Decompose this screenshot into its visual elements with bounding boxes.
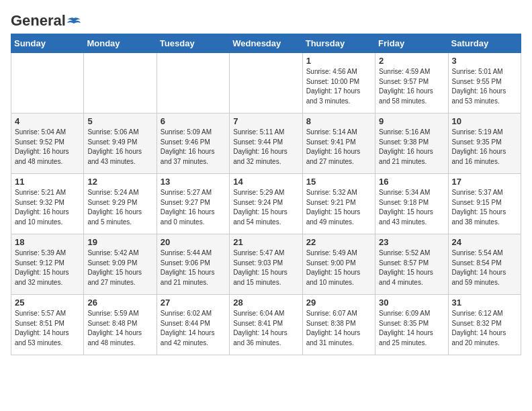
day-info: Sunrise: 5:14 AM Sunset: 9:41 PM Dayligh… (306, 128, 371, 167)
calendar-cell: 21Sunrise: 5:47 AM Sunset: 9:03 PM Dayli… (230, 234, 302, 295)
day-number: 5 (87, 116, 152, 126)
calendar-cell: 1Sunrise: 4:56 AM Sunset: 10:00 PM Dayli… (302, 53, 375, 113)
day-info: Sunrise: 4:56 AM Sunset: 10:00 PM Daylig… (306, 67, 371, 106)
day-number: 22 (306, 237, 371, 247)
weekday-header-row: SundayMondayTuesdayWednesdayThursdayFrid… (11, 34, 521, 53)
day-number: 21 (233, 237, 298, 247)
day-info: Sunrise: 5:37 AM Sunset: 9:15 PM Dayligh… (452, 188, 517, 227)
day-number: 11 (15, 177, 80, 187)
calendar-cell: 14Sunrise: 5:29 AM Sunset: 9:24 PM Dayli… (230, 174, 302, 234)
weekday-header-thursday: Thursday (302, 34, 375, 53)
week-row-5: 25Sunrise: 5:57 AM Sunset: 8:51 PM Dayli… (11, 295, 521, 355)
day-number: 12 (87, 177, 152, 187)
logo: General (11, 13, 81, 28)
calendar-cell: 24Sunrise: 5:54 AM Sunset: 8:54 PM Dayli… (448, 234, 521, 295)
day-info: Sunrise: 5:54 AM Sunset: 8:54 PM Dayligh… (452, 248, 517, 287)
day-number: 29 (306, 298, 371, 308)
calendar-cell: 12Sunrise: 5:24 AM Sunset: 9:29 PM Dayli… (84, 174, 157, 234)
day-info: Sunrise: 5:11 AM Sunset: 9:44 PM Dayligh… (233, 128, 298, 167)
header: General (11, 11, 521, 28)
calendar-cell: 23Sunrise: 5:52 AM Sunset: 8:57 PM Dayli… (375, 234, 448, 295)
day-info: Sunrise: 5:39 AM Sunset: 9:12 PM Dayligh… (15, 248, 80, 287)
calendar-cell (230, 53, 302, 113)
calendar-cell (11, 53, 84, 113)
logo-general: General (11, 13, 81, 28)
day-number: 24 (452, 237, 517, 247)
day-info: Sunrise: 5:21 AM Sunset: 9:32 PM Dayligh… (15, 188, 80, 227)
day-number: 8 (306, 116, 371, 126)
day-info: Sunrise: 5:32 AM Sunset: 9:21 PM Dayligh… (306, 188, 371, 227)
day-number: 28 (233, 298, 298, 308)
calendar-cell: 27Sunrise: 6:02 AM Sunset: 8:44 PM Dayli… (157, 295, 229, 355)
day-info: Sunrise: 5:47 AM Sunset: 9:03 PM Dayligh… (233, 248, 298, 287)
day-number: 27 (161, 298, 226, 308)
calendar-cell: 8Sunrise: 5:14 AM Sunset: 9:41 PM Daylig… (302, 113, 375, 174)
day-info: Sunrise: 5:16 AM Sunset: 9:38 PM Dayligh… (379, 128, 444, 167)
calendar-cell: 15Sunrise: 5:32 AM Sunset: 9:21 PM Dayli… (302, 174, 375, 234)
weekday-header-monday: Monday (84, 34, 157, 53)
day-number: 7 (233, 116, 298, 126)
day-info: Sunrise: 5:09 AM Sunset: 9:46 PM Dayligh… (161, 128, 226, 167)
calendar-cell: 26Sunrise: 5:59 AM Sunset: 8:48 PM Dayli… (84, 295, 157, 355)
day-info: Sunrise: 5:29 AM Sunset: 9:24 PM Dayligh… (233, 188, 298, 227)
calendar-cell: 9Sunrise: 5:16 AM Sunset: 9:38 PM Daylig… (375, 113, 448, 174)
calendar-cell: 7Sunrise: 5:11 AM Sunset: 9:44 PM Daylig… (230, 113, 302, 174)
day-info: Sunrise: 5:44 AM Sunset: 9:06 PM Dayligh… (161, 248, 226, 287)
weekday-header-friday: Friday (375, 34, 448, 53)
day-number: 15 (306, 177, 371, 187)
weekday-header-saturday: Saturday (448, 34, 521, 53)
calendar-cell: 3Sunrise: 5:01 AM Sunset: 9:55 PM Daylig… (448, 53, 521, 113)
calendar-cell: 19Sunrise: 5:42 AM Sunset: 9:09 PM Dayli… (84, 234, 157, 295)
calendar-cell: 5Sunrise: 5:06 AM Sunset: 9:49 PM Daylig… (84, 113, 157, 174)
day-number: 9 (379, 116, 444, 126)
weekday-header-sunday: Sunday (11, 34, 84, 53)
calendar-cell: 17Sunrise: 5:37 AM Sunset: 9:15 PM Dayli… (448, 174, 521, 234)
week-row-4: 18Sunrise: 5:39 AM Sunset: 9:12 PM Dayli… (11, 234, 521, 295)
calendar-cell: 31Sunrise: 6:12 AM Sunset: 8:32 PM Dayli… (448, 295, 521, 355)
day-info: Sunrise: 5:24 AM Sunset: 9:29 PM Dayligh… (87, 188, 152, 227)
calendar-cell: 16Sunrise: 5:34 AM Sunset: 9:18 PM Dayli… (375, 174, 448, 234)
day-number: 4 (15, 116, 80, 126)
day-number: 23 (379, 237, 444, 247)
weekday-header-wednesday: Wednesday (230, 34, 302, 53)
day-number: 10 (452, 116, 517, 126)
day-info: Sunrise: 5:01 AM Sunset: 9:55 PM Dayligh… (452, 67, 517, 106)
day-number: 31 (452, 298, 517, 308)
day-info: Sunrise: 6:12 AM Sunset: 8:32 PM Dayligh… (452, 309, 517, 348)
calendar-cell: 6Sunrise: 5:09 AM Sunset: 9:46 PM Daylig… (157, 113, 229, 174)
day-number: 18 (15, 237, 80, 247)
day-number: 17 (452, 177, 517, 187)
calendar-cell: 20Sunrise: 5:44 AM Sunset: 9:06 PM Dayli… (157, 234, 229, 295)
day-info: Sunrise: 4:59 AM Sunset: 9:57 PM Dayligh… (379, 67, 444, 106)
day-number: 19 (87, 237, 152, 247)
calendar-cell: 11Sunrise: 5:21 AM Sunset: 9:32 PM Dayli… (11, 174, 84, 234)
day-info: Sunrise: 6:09 AM Sunset: 8:35 PM Dayligh… (379, 309, 444, 348)
week-row-3: 11Sunrise: 5:21 AM Sunset: 9:32 PM Dayli… (11, 174, 521, 234)
day-number: 3 (452, 56, 517, 66)
day-info: Sunrise: 6:04 AM Sunset: 8:41 PM Dayligh… (233, 309, 298, 348)
calendar-cell: 4Sunrise: 5:04 AM Sunset: 9:52 PM Daylig… (11, 113, 84, 174)
day-number: 30 (379, 298, 444, 308)
day-info: Sunrise: 5:52 AM Sunset: 8:57 PM Dayligh… (379, 248, 444, 287)
week-row-1: 1Sunrise: 4:56 AM Sunset: 10:00 PM Dayli… (11, 53, 521, 113)
calendar-cell: 10Sunrise: 5:19 AM Sunset: 9:35 PM Dayli… (448, 113, 521, 174)
day-number: 16 (379, 177, 444, 187)
day-info: Sunrise: 6:02 AM Sunset: 8:44 PM Dayligh… (161, 309, 226, 348)
day-number: 20 (161, 237, 226, 247)
day-info: Sunrise: 5:04 AM Sunset: 9:52 PM Dayligh… (15, 128, 80, 167)
calendar-table: SundayMondayTuesdayWednesdayThursdayFrid… (11, 34, 521, 355)
weekday-header-tuesday: Tuesday (157, 34, 229, 53)
day-number: 2 (379, 56, 444, 66)
calendar-cell: 25Sunrise: 5:57 AM Sunset: 8:51 PM Dayli… (11, 295, 84, 355)
day-info: Sunrise: 6:07 AM Sunset: 8:38 PM Dayligh… (306, 309, 371, 348)
day-info: Sunrise: 5:19 AM Sunset: 9:35 PM Dayligh… (452, 128, 517, 167)
day-number: 25 (15, 298, 80, 308)
day-number: 26 (87, 298, 152, 308)
calendar-cell: 28Sunrise: 6:04 AM Sunset: 8:41 PM Dayli… (230, 295, 302, 355)
calendar-cell: 13Sunrise: 5:27 AM Sunset: 9:27 PM Dayli… (157, 174, 229, 234)
day-info: Sunrise: 5:27 AM Sunset: 9:27 PM Dayligh… (161, 188, 226, 227)
calendar-cell: 29Sunrise: 6:07 AM Sunset: 8:38 PM Dayli… (302, 295, 375, 355)
calendar-cell (84, 53, 157, 113)
day-info: Sunrise: 5:49 AM Sunset: 9:00 PM Dayligh… (306, 248, 371, 287)
calendar-cell: 30Sunrise: 6:09 AM Sunset: 8:35 PM Dayli… (375, 295, 448, 355)
